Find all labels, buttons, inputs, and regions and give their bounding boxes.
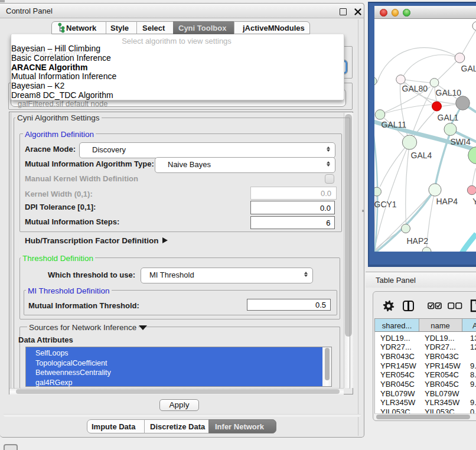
svg-text:GCY1: GCY1: [374, 200, 397, 209]
svg-text:GAL2: GAL2: [461, 64, 476, 73]
svg-text:GAL80: GAL80: [402, 84, 428, 93]
svg-text:GAL1: GAL1: [437, 113, 458, 122]
svg-text:GAL11: GAL11: [381, 120, 406, 129]
svg-text:Y: Y: [472, 197, 476, 206]
svg-text:HAP2: HAP2: [406, 236, 428, 246]
svg-text:GAL4: GAL4: [410, 151, 432, 160]
svg-text:SWI4: SWI4: [450, 137, 470, 146]
svg-text:HAP4: HAP4: [436, 197, 458, 206]
svg-text:GAL10: GAL10: [435, 88, 461, 97]
